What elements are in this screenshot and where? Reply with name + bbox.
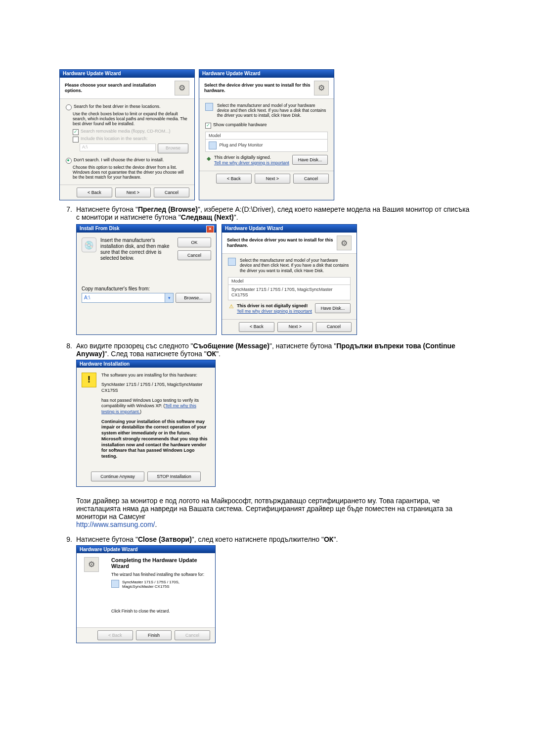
dont-search-help: Choose this option to select the device … xyxy=(73,165,188,180)
post-step8-paragraph: Този драйвер за монитор е под логото на … xyxy=(76,497,475,520)
step-8: 8. Ако видите прозорец със следното "Съо… xyxy=(59,342,475,528)
step9-text: Натиснете бутона "Close (Затвори)", след… xyxy=(76,535,338,543)
drive-value: A:\ xyxy=(84,295,90,301)
next-button[interactable]: Next > xyxy=(277,322,313,332)
wizard-header-strip: Please choose your search and installati… xyxy=(60,78,194,99)
wizard-title-bar: Hardware Update Wizard xyxy=(77,546,215,553)
back-button-disabled: < Back xyxy=(97,630,133,640)
finish-button[interactable]: Finish xyxy=(136,630,172,640)
checkbox-icon xyxy=(73,137,79,142)
wizard-header-strip: Select the device driver you want to ins… xyxy=(222,233,356,254)
monitor-icon xyxy=(111,580,119,588)
shield-icon: ◆ xyxy=(205,155,212,162)
radio-search-locations[interactable]: Search for the best driver in these loca… xyxy=(66,104,188,110)
model-item-label: Plug and Play Monitor xyxy=(220,143,263,148)
cancel-button[interactable]: Cancel xyxy=(178,250,211,260)
cancel-button[interactable]: Cancel xyxy=(154,188,189,197)
signing-info-link[interactable]: Tell me why driver signing is important xyxy=(237,309,312,314)
dialog-title: Install From Disk xyxy=(80,226,120,231)
complete-header: Completing the Hardware Update Wizard xyxy=(111,557,210,569)
model-header: Model xyxy=(206,132,327,140)
hardware-globe-icon: ⚙ xyxy=(84,557,99,572)
samsung-link[interactable]: http://www.samsung.com/ xyxy=(76,520,155,528)
complete-line: The wizard has finished installing the s… xyxy=(111,572,210,577)
stop-installation-button[interactable]: STOP Installation xyxy=(147,472,201,481)
wizard-header-strip: Select the device driver you want to ins… xyxy=(199,78,334,99)
copy-from-label: Copy manufacturer's files from: xyxy=(82,286,211,292)
model-listbox[interactable]: Model SyncMaster 171S / 175S / 170S, Mag… xyxy=(228,277,351,300)
complete-model: SyncMaster 171S / 175S / 170S, MagicSync… xyxy=(122,580,210,589)
monitor-icon xyxy=(205,103,213,111)
chk-show-compatible[interactable]: Show compatible hardware xyxy=(205,122,328,129)
step7-text: Натиснете бутона "Преглед (Browse)", изб… xyxy=(76,205,469,221)
back-button[interactable]: < Back xyxy=(77,188,112,197)
hi-line3: has not passed Windows Logo testing to v… xyxy=(101,398,210,415)
wizard-header-text: Select the device driver you want to ins… xyxy=(204,83,314,94)
continue-anyway-button[interactable]: Continue Anyway xyxy=(91,472,144,481)
chk-include-label: Include this location in the search: xyxy=(81,136,148,142)
signing-info-link[interactable]: Tell me why driver signing is important xyxy=(214,160,289,165)
disk-icon: 💿 xyxy=(82,237,96,252)
dialog-title-bar: Install From Disk × xyxy=(77,225,216,233)
model-item[interactable]: Plug and Play Monitor xyxy=(206,140,327,151)
wizard-title-bar: Hardware Update Wizard xyxy=(199,70,334,78)
browse-button[interactable]: Browse... xyxy=(176,293,211,303)
model-item[interactable]: SyncMaster 171S / 175S / 170S, MagicSync… xyxy=(228,285,350,300)
hardware-globe-icon: ⚙ xyxy=(337,236,352,250)
cancel-button-disabled: Cancel xyxy=(175,630,210,640)
wizard-title-bar: Hardware Update Wizard xyxy=(60,70,194,78)
not-signed-text: This driver is not digitally signed! xyxy=(237,303,308,308)
warning-icon: ⚠ xyxy=(228,303,235,310)
wizard-select-driver-panel: Hardware Update Wizard Select the device… xyxy=(199,69,334,200)
wizard-select-driver-panel-2: Hardware Update Wizard Select the device… xyxy=(222,224,357,335)
chk-include-location[interactable]: Include this location in the search: xyxy=(73,136,188,142)
location-path-input: A:\ xyxy=(80,143,156,151)
step-number: 8. xyxy=(59,342,76,528)
next-button[interactable]: Next > xyxy=(115,188,151,197)
hi-line4: Continuing your installation of this sof… xyxy=(101,419,210,460)
radio-icon xyxy=(66,104,72,110)
chk-removable-media[interactable]: Search removable media (floppy, CD-ROM..… xyxy=(73,129,188,135)
back-button[interactable]: < Back xyxy=(239,322,274,332)
install-from-disk-dialog: Install From Disk × 💿 Insert the manufac… xyxy=(76,224,217,335)
dialog-title-bar: Hardware Installation xyxy=(77,360,215,368)
step-number: 7. xyxy=(59,205,76,335)
select-driver-info: Select the manufacturer and model of you… xyxy=(217,103,328,118)
monitor-icon xyxy=(228,258,236,266)
radio-dont-label: Don't search. I will choose the driver t… xyxy=(74,157,164,163)
wizard-header-text: Select the device driver you want to ins… xyxy=(227,237,337,248)
step8-text: Ако видите прозорец със следното "Съобще… xyxy=(76,342,455,358)
step-9: 9. Натиснете бутона "Close (Затвори)", с… xyxy=(59,535,475,643)
model-listbox[interactable]: Model Plug and Play Monitor xyxy=(205,132,328,152)
browse-button-disabled: Browse xyxy=(158,143,188,153)
checkbox-icon xyxy=(205,123,211,129)
model-header: Model xyxy=(228,278,350,285)
cancel-button[interactable]: Cancel xyxy=(293,174,329,184)
radio-icon xyxy=(66,158,72,164)
back-button[interactable]: < Back xyxy=(216,174,252,184)
ok-button[interactable]: OK xyxy=(178,237,211,247)
drive-combobox[interactable]: A:\ ▾ xyxy=(82,293,174,303)
hardware-globe-icon: ⚙ xyxy=(314,81,329,95)
click-finish-line: Click Finish to close the wizard. xyxy=(111,609,210,614)
install-disk-message: Insert the manufacturer's installation d… xyxy=(100,237,174,261)
close-icon[interactable]: × xyxy=(206,226,214,233)
wizard-search-options-panel: Hardware Update Wizard Please choose you… xyxy=(59,69,195,200)
step-number: 9. xyxy=(59,535,76,643)
have-disk-button[interactable]: Have Disk... xyxy=(292,155,328,165)
next-button[interactable]: Next > xyxy=(255,174,290,184)
search-help-text: Use the check boxes below to limit or ex… xyxy=(73,111,188,127)
chevron-down-icon[interactable]: ▾ xyxy=(165,293,173,302)
select-driver-info: Select the manufacturer and model of you… xyxy=(240,258,351,273)
checkbox-icon xyxy=(73,129,79,135)
radio-dont-search[interactable]: Don't search. I will choose the driver t… xyxy=(66,157,188,164)
step-7: 7. Натиснете бутона "Преглед (Browse)", … xyxy=(59,205,475,335)
hi-line1: The software you are installing for this… xyxy=(101,373,210,378)
monitor-icon xyxy=(209,142,217,149)
have-disk-button[interactable]: Have Disk... xyxy=(315,303,351,313)
wizard-title-bar: Hardware Update Wizard xyxy=(222,225,356,233)
cancel-button[interactable]: Cancel xyxy=(316,322,352,332)
hardware-globe-icon: ⚙ xyxy=(175,81,189,95)
wizard-header-text: Please choose your search and installati… xyxy=(65,83,175,94)
signed-text: This driver is digitally signed. xyxy=(214,155,290,160)
